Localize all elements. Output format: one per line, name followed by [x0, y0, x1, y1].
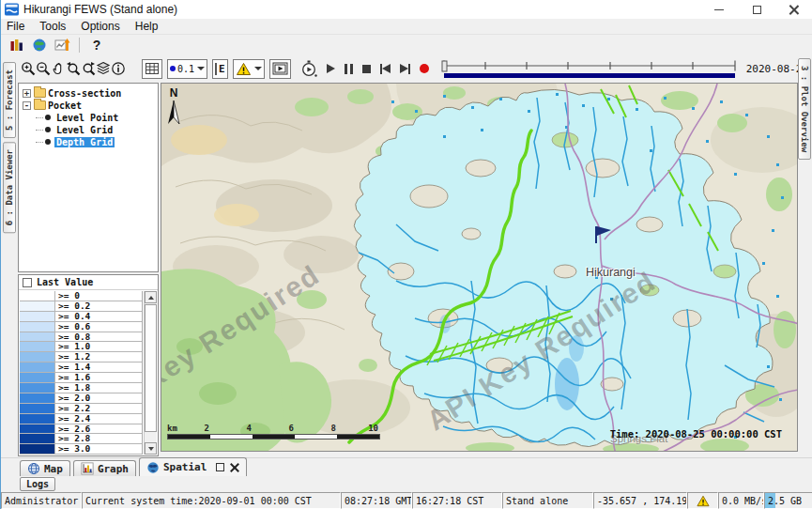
legend-toggle-button[interactable]: E: [212, 59, 228, 79]
skip-to-end-button[interactable]: [400, 59, 410, 78]
app-logo-icon: [5, 3, 19, 16]
animation-speed-button[interactable]: [300, 59, 317, 78]
tree-item[interactable]: - Pocket: [23, 100, 158, 111]
title-bar[interactable]: Hikurangi FEWS (Stand alone): [1, 0, 812, 19]
tree-item[interactable]: Level Grid: [23, 124, 158, 135]
toolbar-separator: [79, 38, 80, 53]
pan-button[interactable]: [51, 57, 66, 80]
legend-label: >= 1.4: [55, 362, 90, 372]
play-button[interactable]: [327, 59, 335, 78]
menu-item[interactable]: Help: [135, 20, 159, 33]
tab-spatial[interactable]: Spatial: [139, 457, 247, 476]
menu-item[interactable]: Tools: [39, 20, 66, 33]
time-slider[interactable]: [440, 58, 739, 79]
legend-label: >= 1.2: [55, 352, 90, 362]
tab-map[interactable]: Map: [20, 460, 70, 476]
maximize-icon: [753, 6, 761, 14]
skip-start-triangle: [382, 64, 391, 73]
scrollbar-thumb[interactable]: [145, 304, 157, 432]
animation-window-button[interactable]: [269, 59, 291, 79]
info-button[interactable]: [111, 57, 126, 80]
menu-item[interactable]: Options: [81, 20, 119, 33]
pan-hand-icon: [51, 61, 66, 76]
tree-expander-icon[interactable]: -: [23, 101, 31, 110]
menu-item[interactable]: File: [7, 20, 24, 33]
folder-icon: [34, 88, 46, 98]
legend-table: >= 0 >= 0.2 >= 0.4 >= 0.6: [20, 291, 143, 455]
scale-tick-label: 8: [294, 424, 336, 433]
scroll-up-button[interactable]: [145, 291, 157, 303]
undock-tab-icon[interactable]: [216, 463, 224, 471]
legend-swatch: [20, 352, 55, 362]
legend-header: Last Value: [19, 275, 158, 290]
last-value-checkbox[interactable]: [23, 278, 32, 287]
view-tab-bar: Map Graph Spatial: [1, 457, 812, 476]
scroll-down-button[interactable]: [145, 442, 157, 455]
logs-button[interactable]: Logs: [20, 477, 55, 491]
grid-display-button[interactable]: [142, 59, 162, 79]
side-tab[interactable]: 6 : Data Viewer: [3, 142, 16, 233]
zoom-out-button[interactable]: [36, 57, 51, 80]
filter-tree-panel: + Cross-section - Pocket Level Point: [18, 83, 159, 272]
zoom-next-button[interactable]: [81, 57, 96, 80]
legend-scrollbar[interactable]: [144, 291, 157, 455]
tree-item-label[interactable]: Cross-section: [46, 88, 123, 99]
threshold-value: 0.1: [177, 64, 194, 74]
legend-panel: Last Value >= 0 >= 0.2 >= 0.4: [18, 274, 159, 456]
tree-item-label[interactable]: Level Point: [54, 113, 120, 123]
side-tab[interactable]: 5 : Forecast: [3, 62, 16, 138]
legend-row[interactable]: >= 2.4: [20, 414, 142, 424]
tab-spatial-label: Spatial: [163, 461, 207, 473]
tree-item-label[interactable]: Level Grid: [54, 125, 115, 135]
tree-item-label[interactable]: Depth Grid: [54, 137, 115, 147]
info-icon: [111, 61, 126, 76]
status-memory: 2.5 GB: [764, 492, 812, 509]
explorer-button[interactable]: [6, 36, 28, 54]
tree-item[interactable]: Level Point: [23, 112, 158, 123]
stop-button[interactable]: [362, 59, 371, 78]
bullet-icon: [45, 127, 51, 132]
tree-item[interactable]: + Cross-section: [23, 87, 158, 99]
layers-button[interactable]: [96, 57, 111, 80]
layers-icon: [96, 61, 111, 76]
legend-label: >= 1.6: [55, 373, 90, 382]
legend-swatch: [20, 444, 55, 454]
record-button[interactable]: [420, 59, 429, 78]
status-warning-cell[interactable]: [687, 492, 718, 509]
zoom-in-button[interactable]: [21, 57, 36, 80]
minimize-button[interactable]: [700, 0, 738, 19]
map-display-button[interactable]: [28, 36, 51, 54]
threshold-dot-icon: [170, 66, 176, 71]
time-slider-thumb[interactable]: [442, 61, 447, 71]
tab-map-label: Map: [44, 463, 63, 475]
legend-swatch: [20, 404, 55, 413]
legend-swatch: [20, 373, 55, 382]
menu-bar: FileToolsOptionsHelp: [1, 19, 812, 35]
pause-button[interactable]: [345, 59, 353, 78]
close-button[interactable]: [775, 0, 812, 19]
tree-item[interactable]: Depth Grid: [23, 136, 158, 147]
tree-item-label[interactable]: Pocket: [46, 100, 84, 111]
tree-expander-icon[interactable]: +: [23, 89, 31, 98]
scale-bar-segments: [167, 434, 380, 440]
legend-row[interactable]: >= 0.6: [20, 322, 142, 332]
status-user: Administrator: [1, 492, 82, 509]
skip-to-start-button[interactable]: [380, 59, 391, 78]
explorer-bars-icon: [9, 38, 24, 53]
map-time-label: Time: 2020-08-25 00:00:00 CST: [610, 428, 782, 440]
close-tab-icon[interactable]: [230, 463, 239, 472]
timeseries-dialog-button[interactable]: [51, 36, 73, 54]
tab-graph[interactable]: Graph: [73, 460, 136, 476]
zoom-previous-button[interactable]: [66, 57, 81, 80]
warnings-dropdown[interactable]: [233, 59, 265, 79]
tree-connector: [36, 117, 43, 118]
help-button[interactable]: ?: [85, 36, 108, 54]
contour-threshold-dropdown[interactable]: 0.1: [167, 59, 207, 79]
north-label: N: [170, 86, 178, 100]
map-view[interactable]: N API Key Required API Key Required Hiku…: [161, 83, 798, 452]
minimize-icon: [714, 9, 724, 10]
maximize-button[interactable]: [738, 0, 775, 19]
zoom-previous-icon: [66, 61, 81, 76]
side-tab[interactable]: 3 : Plot Overview: [798, 58, 811, 160]
legend-label: >= 3.0: [55, 444, 90, 454]
